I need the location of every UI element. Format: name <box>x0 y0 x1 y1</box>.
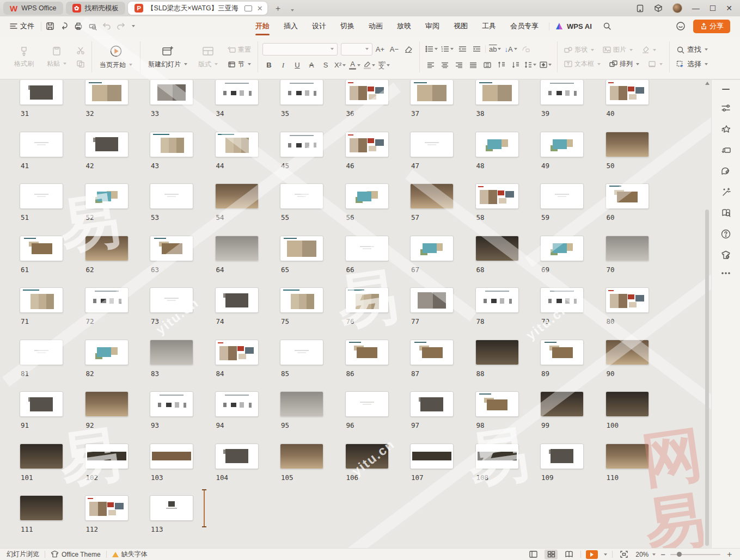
slide-thumbnail-55[interactable] <box>280 183 323 209</box>
slide-thumbnail-86[interactable] <box>345 340 389 365</box>
play-from-current-button[interactable]: 当页开始 <box>96 44 136 71</box>
menu-item-审阅[interactable]: 审阅 <box>418 19 447 33</box>
slide-thumbnail-97[interactable] <box>410 391 454 417</box>
missing-fonts-warning[interactable]: 缺失字体 <box>112 550 148 559</box>
menu-item-切换[interactable]: 切换 <box>333 19 362 33</box>
slide-thumbnail-105[interactable] <box>280 444 323 469</box>
slide-thumbnail-94[interactable] <box>215 391 259 417</box>
slide-thumbnail-45[interactable] <box>280 132 323 157</box>
minimize-button[interactable]: — <box>692 4 700 13</box>
slide-thumbnail-71[interactable] <box>20 287 63 313</box>
output-pdf-icon[interactable] <box>60 22 69 30</box>
slide-thumbnail-108[interactable] <box>475 444 519 469</box>
save-icon[interactable] <box>46 22 54 30</box>
slide-thumbnail-100[interactable] <box>606 391 649 417</box>
slide-thumbnail-104[interactable] <box>215 444 259 469</box>
zoom-slider-knob[interactable] <box>677 552 682 557</box>
notes-search-icon[interactable] <box>721 208 731 218</box>
integrations-cube-icon[interactable] <box>654 4 663 13</box>
slide-thumbnail-46[interactable] <box>345 132 389 157</box>
slide-thumbnail-87[interactable] <box>410 340 454 365</box>
slide-thumbnail-85[interactable] <box>280 340 323 365</box>
redo-icon[interactable] <box>117 22 125 29</box>
print-icon[interactable] <box>74 22 83 30</box>
more-options-icon[interactable] <box>721 272 731 275</box>
menu-item-动画[interactable]: 动画 <box>362 19 390 33</box>
distribute-text-button[interactable] <box>481 59 494 71</box>
tab-presentation[interactable]: P 【SLD梁志天×WATG】三亚海 ✕ <box>128 2 267 15</box>
slide-thumbnail-107[interactable] <box>410 444 454 469</box>
slide-thumbnail-93[interactable] <box>150 391 193 417</box>
decrease-font-button[interactable]: A− <box>388 43 401 55</box>
slide-thumbnail-36[interactable] <box>345 80 389 105</box>
slide-thumbnail-101[interactable] <box>20 444 63 469</box>
font-name-combo[interactable] <box>262 43 338 56</box>
slide-thumbnail-43[interactable] <box>150 132 193 157</box>
italic-button[interactable]: I <box>277 59 290 71</box>
slide-thumbnail-88[interactable] <box>475 340 519 365</box>
slide-thumbnail-90[interactable] <box>606 340 649 365</box>
skin-settings-icon[interactable] <box>721 250 731 260</box>
slide-thumbnail-52[interactable] <box>85 183 129 209</box>
share-button[interactable]: 分享 <box>693 20 730 33</box>
menu-item-插入[interactable]: 插入 <box>277 19 305 33</box>
textbox-button[interactable]: 文本框 <box>562 59 603 69</box>
menu-item-设计[interactable]: 设计 <box>305 19 333 33</box>
slide-thumbnail-69[interactable] <box>540 236 584 261</box>
slide-thumbnail-33[interactable] <box>150 80 193 105</box>
slide-thumbnail-106[interactable] <box>345 444 389 469</box>
slide-thumbnail-95[interactable] <box>280 391 323 417</box>
section-button[interactable]: 节 <box>225 59 253 70</box>
strikethrough-button[interactable]: A <box>305 59 318 71</box>
slide-thumbnail-89[interactable] <box>540 340 584 365</box>
slide-thumbnail-103[interactable] <box>150 444 193 469</box>
menu-item-工具[interactable]: 工具 <box>475 19 503 33</box>
font-size-combo[interactable] <box>341 43 372 56</box>
row-spacing-button[interactable] <box>509 59 522 71</box>
text-direction-button[interactable]: ↓A <box>503 43 518 55</box>
justify-button[interactable] <box>467 59 480 71</box>
vertical-align-button[interactable] <box>539 59 553 71</box>
align-right-button[interactable] <box>452 59 466 71</box>
menu-item-开始[interactable]: 开始 <box>248 19 277 33</box>
slide-thumbnail-111[interactable] <box>20 495 63 521</box>
convert-smartart-button[interactable] <box>519 43 533 55</box>
scroll-up-arrow-icon[interactable] <box>705 82 710 85</box>
user-avatar[interactable] <box>672 3 682 13</box>
tab-list-chevron-icon[interactable] <box>286 4 298 13</box>
superscript-button[interactable]: X² <box>333 59 347 71</box>
slide-thumbnail-80[interactable] <box>606 287 649 313</box>
slide-thumbnail-62[interactable] <box>85 236 129 261</box>
slide-thumbnail-56[interactable] <box>345 183 389 209</box>
print-preview-icon[interactable] <box>88 22 97 30</box>
increase-font-button[interactable]: A+ <box>374 43 387 55</box>
cut-icon[interactable] <box>76 47 85 54</box>
slide-thumbnail-35[interactable] <box>280 80 323 105</box>
numbering-button[interactable] <box>440 43 455 55</box>
close-tab-icon[interactable]: ✕ <box>257 4 263 13</box>
vertical-scrollbar[interactable] <box>704 80 711 548</box>
slide-thumbnail-47[interactable] <box>410 132 454 157</box>
theme-indicator[interactable]: Office Theme <box>51 551 101 558</box>
find-button[interactable]: 查找 <box>674 44 710 55</box>
slide-thumbnail-50[interactable] <box>606 132 649 157</box>
slide-thumbnail-58[interactable] <box>475 183 519 209</box>
column-spacing-button[interactable] <box>495 59 508 71</box>
slide-thumbnail-75[interactable] <box>280 287 323 313</box>
search-icon[interactable] <box>603 22 611 30</box>
shadow-button[interactable]: S <box>319 59 332 71</box>
slide-thumbnail-61[interactable] <box>20 236 63 261</box>
magic-wand-icon[interactable] <box>721 187 731 197</box>
slide-sorter-canvas[interactable]: 3132333435363738394041424344454647484950… <box>0 80 704 548</box>
slide-thumbnail-73[interactable] <box>150 287 193 313</box>
slide-thumbnail-63[interactable] <box>150 236 193 261</box>
assistant-icon[interactable] <box>676 21 686 31</box>
slide-thumbnail-99[interactable] <box>540 391 584 417</box>
slide-thumbnail-41[interactable] <box>20 132 63 157</box>
slide-thumbnail-42[interactable] <box>85 132 129 157</box>
picture-button[interactable]: 图片 <box>601 45 635 55</box>
slide-thumbnail-34[interactable] <box>215 80 259 105</box>
layout-button[interactable]: 版式 <box>193 44 223 70</box>
slide-thumbnail-64[interactable] <box>215 236 259 261</box>
normal-view-button[interactable] <box>527 550 540 559</box>
